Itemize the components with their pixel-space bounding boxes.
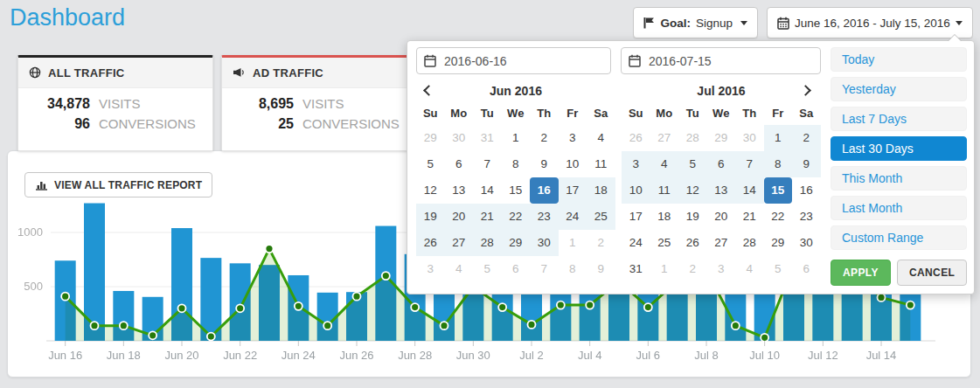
calendar-day[interactable]: 19 [678, 204, 707, 230]
calendar-day[interactable]: 23 [530, 204, 559, 230]
calendar-day[interactable]: 20 [445, 204, 474, 230]
calendar-day[interactable]: 1 [559, 230, 587, 256]
calendar-day[interactable]: 3 [416, 256, 445, 282]
start-date-input[interactable] [442, 53, 603, 69]
calendar-day[interactable]: 20 [707, 204, 736, 230]
calendar-day[interactable]: 8 [764, 151, 793, 177]
calendar-day[interactable]: 30 [445, 125, 474, 151]
calendar-day[interactable]: 21 [735, 204, 764, 230]
calendar-day[interactable]: 4 [445, 256, 474, 282]
calendar-day[interactable]: 2 [792, 125, 821, 151]
calendar-day[interactable]: 26 [678, 230, 707, 256]
calendar-day[interactable]: 29 [416, 125, 445, 151]
calendar-day[interactable]: 6 [707, 151, 736, 177]
calendar-day[interactable]: 28 [735, 230, 764, 256]
apply-button[interactable]: APPLY [831, 260, 891, 286]
calendar-day[interactable]: 3 [559, 125, 587, 151]
calendar-day[interactable]: 2 [678, 256, 707, 282]
goal-dropdown-button[interactable]: Goal: Signup [633, 7, 758, 38]
calendar-day[interactable]: 22 [502, 204, 531, 230]
calendar-day[interactable]: 27 [650, 125, 679, 151]
calendar-day[interactable]: 28 [678, 125, 707, 151]
calendar-day[interactable]: 14 [735, 177, 764, 204]
calendar-day[interactable]: 17 [622, 204, 650, 230]
calendar-day[interactable]: 12 [416, 177, 445, 204]
calendar-day[interactable]: 11 [650, 177, 679, 204]
calendar-day[interactable]: 8 [559, 256, 587, 282]
calendar-day[interactable]: 13 [445, 177, 474, 204]
calendar-day[interactable]: 31 [473, 125, 502, 151]
calendar-day[interactable]: 28 [473, 230, 502, 256]
date-range-button[interactable]: June 16, 2016 - July 15, 2016 [767, 7, 973, 38]
calendar-day[interactable]: 2 [530, 125, 559, 151]
calendar-day[interactable]: 25 [587, 204, 615, 230]
calendar-day[interactable]: 12 [678, 177, 707, 204]
range-option-last-month[interactable]: Last Month [831, 196, 967, 220]
calendar-day[interactable]: 9 [530, 151, 559, 177]
calendar-day[interactable]: 18 [650, 204, 679, 230]
calendar-day[interactable]: 22 [764, 204, 793, 230]
calendar-day[interactable]: 7 [530, 256, 559, 282]
calendar-day[interactable]: 6 [792, 256, 821, 282]
calendar-day[interactable]: 9 [792, 151, 821, 177]
calendar-day[interactable]: 5 [473, 256, 502, 282]
calendar-day[interactable]: 10 [559, 151, 587, 177]
calendar-day[interactable]: 19 [416, 204, 445, 230]
calendar-day[interactable]: 3 [622, 151, 650, 177]
range-option-today[interactable]: Today [831, 47, 967, 72]
calendar-day[interactable]: 6 [445, 151, 474, 177]
calendar-day[interactable]: 24 [559, 204, 587, 230]
calendar-day[interactable]: 15 [764, 177, 793, 204]
calendar-day[interactable]: 1 [502, 125, 531, 151]
calendar-day[interactable]: 5 [416, 151, 445, 177]
calendar-day[interactable]: 2 [587, 230, 615, 256]
calendar-day[interactable]: 11 [587, 151, 615, 177]
range-option-last-30-days[interactable]: Last 30 Days [831, 136, 967, 161]
calendar-day[interactable]: 16 [530, 177, 559, 204]
calendar-day[interactable]: 29 [502, 230, 531, 256]
calendar-day[interactable]: 25 [650, 230, 679, 256]
end-date-input[interactable] [647, 53, 813, 69]
calendar-day[interactable]: 30 [735, 125, 764, 151]
calendar-day[interactable]: 1 [650, 256, 679, 282]
calendar-day[interactable]: 1 [764, 125, 793, 151]
range-option-yesterday[interactable]: Yesterday [831, 77, 967, 101]
calendar-day[interactable]: 21 [473, 204, 502, 230]
calendar-next-button[interactable] [800, 82, 817, 100]
calendar-day[interactable]: 24 [622, 230, 650, 256]
calendar-day[interactable]: 4 [587, 125, 615, 151]
calendar-day[interactable]: 18 [587, 177, 615, 204]
calendar-day[interactable]: 26 [622, 125, 650, 151]
range-option-last-7-days[interactable]: Last 7 Days [831, 107, 967, 131]
calendar-day[interactable]: 16 [792, 177, 821, 204]
calendar-day[interactable]: 7 [735, 151, 764, 177]
calendar-day[interactable]: 5 [678, 151, 707, 177]
calendar-day[interactable]: 17 [559, 177, 587, 204]
calendar-prev-button[interactable] [420, 82, 437, 100]
calendar-day[interactable]: 4 [650, 151, 679, 177]
range-option-this-month[interactable]: This Month [831, 166, 967, 191]
calendar-day[interactable]: 14 [473, 177, 502, 204]
calendar-day[interactable]: 27 [707, 230, 736, 256]
calendar-day[interactable]: 7 [473, 151, 502, 177]
calendar-day[interactable]: 5 [764, 256, 793, 282]
calendar-day[interactable]: 10 [622, 177, 650, 204]
calendar-day[interactable]: 29 [764, 230, 793, 256]
calendar-day[interactable]: 3 [707, 256, 736, 282]
calendar-day[interactable]: 29 [707, 125, 736, 151]
calendar-day[interactable]: 8 [502, 151, 531, 177]
calendar-day[interactable]: 23 [792, 204, 821, 230]
calendar-day[interactable]: 6 [502, 256, 531, 282]
calendar-day[interactable]: 15 [502, 177, 531, 204]
calendar-day[interactable]: 9 [587, 256, 615, 282]
cancel-button[interactable]: CANCEL [897, 260, 967, 286]
calendar-day[interactable]: 30 [792, 230, 821, 256]
calendar-day[interactable]: 30 [530, 230, 559, 256]
calendar-day[interactable]: 4 [735, 256, 764, 282]
calendar-day[interactable]: 31 [622, 256, 650, 282]
range-option-custom-range[interactable]: Custom Range [831, 225, 967, 250]
calendar-day[interactable]: 27 [445, 230, 474, 256]
calendar-day[interactable]: 13 [707, 177, 736, 204]
calendar-day[interactable]: 26 [416, 230, 445, 256]
view-all-traffic-report-button[interactable]: VIEW ALL TRAFFIC REPORT [24, 172, 212, 197]
